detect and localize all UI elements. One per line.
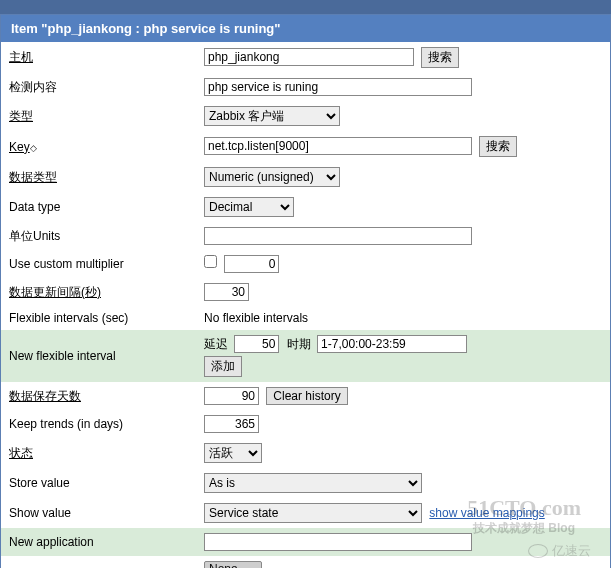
key-input[interactable] <box>204 137 472 155</box>
description-label: 检测内容 <box>1 73 196 101</box>
description-input[interactable] <box>204 78 472 96</box>
row-value-type: 数据类型 Numeric (unsigned) <box>1 162 610 192</box>
status-label: 状态 <box>9 446 33 460</box>
item-form-table: 主机 搜索 检测内容 类型 Zabbix 客户端 Key◇ 搜索 数据类型 <box>1 42 610 568</box>
clear-history-button[interactable]: Clear history <box>266 387 347 405</box>
panel-header: Item "php_jiankong : php service is runi… <box>1 15 610 42</box>
delay-label: 数据更新间隔(秒) <box>9 285 101 299</box>
new-flex-period-input[interactable] <box>317 335 467 353</box>
trends-label: Keep trends (in days) <box>1 410 196 438</box>
key-label: Key <box>9 140 30 154</box>
value-type-label: 数据类型 <box>9 170 57 184</box>
trends-input[interactable] <box>204 415 259 433</box>
row-store-value: Store value As is <box>1 468 610 498</box>
row-type: 类型 Zabbix 客户端 <box>1 101 610 131</box>
new-flex-delay-label: 延迟 <box>204 336 228 353</box>
new-flex-delay-input[interactable] <box>234 335 279 353</box>
history-input[interactable] <box>204 387 259 405</box>
new-app-input[interactable] <box>204 533 472 551</box>
show-value-select[interactable]: Service state <box>204 503 422 523</box>
row-delay: 数据更新间隔(秒) <box>1 278 610 306</box>
row-flex-intervals: Flexible intervals (sec) No flexible int… <box>1 306 610 330</box>
store-value-select[interactable]: As is <box>204 473 422 493</box>
flex-intervals-label: Flexible intervals (sec) <box>1 306 196 330</box>
top-bar <box>0 0 611 14</box>
new-flex-label: New flexible interval <box>1 330 196 382</box>
multiplier-label: Use custom multiplier <box>1 250 196 278</box>
row-data-type: Data type Decimal <box>1 192 610 222</box>
row-multiplier: Use custom multiplier <box>1 250 610 278</box>
row-units: 单位Units <box>1 222 610 250</box>
key-info-icon: ◇ <box>30 143 37 153</box>
row-key: Key◇ 搜索 <box>1 131 610 162</box>
show-value-label: Show value <box>1 498 196 528</box>
row-applications: 应用程序 -None- <box>1 556 610 568</box>
type-label: 类型 <box>9 109 33 123</box>
type-select[interactable]: Zabbix 客户端 <box>204 106 340 126</box>
key-search-button[interactable]: 搜索 <box>479 136 517 157</box>
form-container: Item "php_jiankong : php service is runi… <box>0 14 611 568</box>
applications-label: 应用程序 <box>1 556 196 568</box>
data-type-label: Data type <box>1 192 196 222</box>
show-value-mappings-link[interactable]: show value mappings <box>429 506 544 520</box>
new-app-label: New application <box>1 528 196 556</box>
row-history: 数据保存天数 Clear history <box>1 382 610 410</box>
new-flex-add-button[interactable]: 添加 <box>204 356 242 377</box>
delay-input[interactable] <box>204 283 249 301</box>
applications-listbox[interactable]: -None- <box>204 561 262 568</box>
multiplier-checkbox[interactable] <box>204 255 217 268</box>
row-show-value: Show value Service state show value mapp… <box>1 498 610 528</box>
host-input[interactable] <box>204 48 414 66</box>
status-select[interactable]: 活跃 <box>204 443 262 463</box>
row-host: 主机 搜索 <box>1 42 610 73</box>
units-label: 单位Units <box>1 222 196 250</box>
row-new-flex: New flexible interval 延迟 时期 添加 <box>1 330 610 382</box>
host-label: 主机 <box>9 50 33 64</box>
host-search-button[interactable]: 搜索 <box>421 47 459 68</box>
row-new-app: New application <box>1 528 610 556</box>
multiplier-input[interactable] <box>224 255 279 273</box>
row-status: 状态 活跃 <box>1 438 610 468</box>
row-description: 检测内容 <box>1 73 610 101</box>
units-input[interactable] <box>204 227 472 245</box>
store-value-label: Store value <box>1 468 196 498</box>
data-type-select[interactable]: Decimal <box>204 197 294 217</box>
new-flex-period-label: 时期 <box>287 336 311 353</box>
history-label: 数据保存天数 <box>9 389 81 403</box>
flex-intervals-text: No flexible intervals <box>196 306 610 330</box>
value-type-select[interactable]: Numeric (unsigned) <box>204 167 340 187</box>
row-trends: Keep trends (in days) <box>1 410 610 438</box>
